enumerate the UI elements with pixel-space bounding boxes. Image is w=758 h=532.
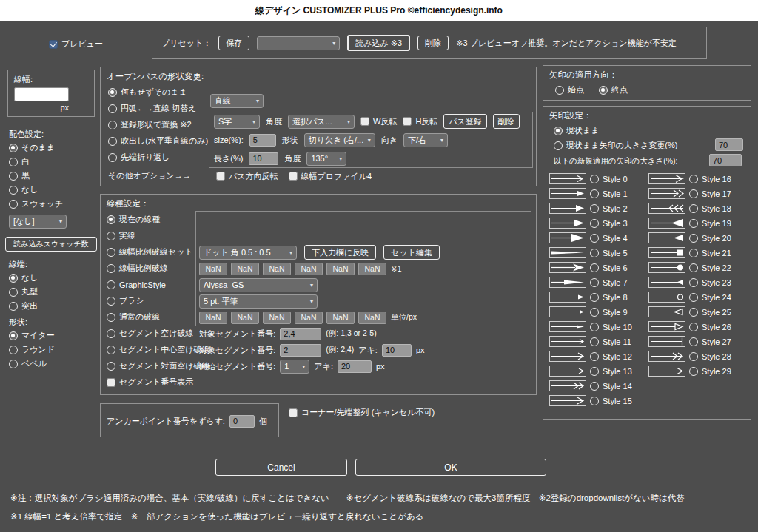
arrow-style-24[interactable]: Style 24 [689, 292, 731, 303]
linetype-option-0[interactable]: 現在の線種 [107, 214, 210, 225]
prop-dash-input-2[interactable]: NaN [263, 263, 291, 275]
linetype-option-4[interactable]: GraphicStyle [107, 279, 210, 290]
corner-align-checkbox[interactable]: コーナー/先端整列 (キャンセル不可) [289, 407, 435, 418]
arrow-style-0[interactable]: Style 0 [590, 173, 628, 184]
angle-select[interactable]: 135° ▾ [306, 152, 346, 166]
line-shape-select[interactable]: 直線 ▾ [210, 94, 264, 108]
arrow-style-21[interactable]: Style 21 [689, 247, 731, 258]
swatch-select[interactable]: [なし] ▾ [9, 215, 67, 229]
center-gap-input[interactable]: 10 [382, 344, 412, 357]
arrow-style-12[interactable]: Style 12 [590, 351, 632, 362]
arrow-style-19[interactable]: Style 19 [689, 218, 731, 229]
openpath-option-0[interactable]: 何もせずそのまま [108, 87, 208, 98]
color-option-0[interactable]: そのまま [9, 142, 63, 153]
load-swatch-button[interactable]: 読み込みスウォッチ数 [5, 237, 97, 252]
stroke-width-input[interactable] [14, 87, 69, 101]
normal-dash-input-4[interactable]: NaN [326, 312, 355, 324]
cap-option-0[interactable]: なし [9, 272, 38, 283]
color-option-4[interactable]: スウォッチ [9, 198, 63, 209]
arrow-style-20[interactable]: Style 20 [689, 232, 731, 243]
arrow-style-23[interactable]: Style 23 [689, 277, 731, 288]
reflect-to-fields-button[interactable]: 下入力欄に反映 [304, 245, 376, 260]
preset-select[interactable]: ---- ▾ [257, 36, 340, 50]
openpath-option-3[interactable]: 吹出し(水平垂直線のみ) [108, 135, 208, 147]
cap-option-1[interactable]: 丸型 [9, 286, 38, 297]
arrow-style-26[interactable]: Style 26 [689, 321, 731, 332]
h-flip-checkbox[interactable]: H反転 [403, 116, 437, 127]
arrow-style-2[interactable]: Style 2 [590, 203, 628, 214]
direction-select[interactable]: 下/右 ▾ [403, 133, 448, 147]
dash-set-select[interactable]: ドット 角 0.5 : 0.5 ▾ [199, 246, 297, 260]
center-segment-input[interactable]: 2 [280, 344, 321, 357]
length-input[interactable]: 10 [249, 152, 278, 165]
anchor-shift-input[interactable]: 0 [229, 415, 255, 428]
preset-save-button[interactable]: 保存 [218, 36, 249, 50]
prop-dash-input-3[interactable]: NaN [295, 263, 323, 275]
normal-dash-input-1[interactable]: NaN [231, 312, 259, 324]
color-option-1[interactable]: 白 [9, 156, 63, 167]
size-input[interactable]: 5 [249, 134, 276, 147]
register-path-button[interactable]: パス登録 [443, 114, 487, 129]
openpath-option-1[interactable]: 円弧←→直線 切替え [108, 103, 208, 114]
ok-button[interactable]: OK [355, 459, 546, 476]
arrow-new-size-input[interactable]: 70 [709, 154, 742, 166]
color-option-2[interactable]: 黒 [9, 170, 63, 181]
arrow-style-29[interactable]: Style 29 [689, 366, 731, 377]
linetype-option-7[interactable]: セグメント空け破線 [107, 328, 210, 339]
prop-dash-input-4[interactable]: NaN [326, 263, 355, 275]
width-profile-checkbox[interactable]: 線幅プロファイル4 [289, 171, 372, 182]
arrow-style-11[interactable]: Style 11 [590, 336, 631, 347]
arrow-resize-radio[interactable]: 現状まま矢印の大きさ変更(%) [554, 140, 677, 151]
arrow-style-13[interactable]: Style 13 [590, 366, 632, 377]
arrow-style-6[interactable]: Style 6 [590, 262, 628, 273]
arrow-keep-radio[interactable]: 現状まま [554, 125, 600, 136]
corner-option-2[interactable]: ベベル [9, 358, 55, 369]
arrow-style-14[interactable]: Style 14 [590, 380, 632, 391]
arrow-style-28[interactable]: Style 28 [689, 351, 731, 362]
prop-dash-input-5[interactable]: NaN [358, 263, 386, 275]
arrow-style-16[interactable]: Style 16 [689, 173, 731, 184]
normal-dash-input-2[interactable]: NaN [263, 312, 291, 324]
corner-option-1[interactable]: ラウンド [9, 344, 55, 355]
arrow-resize-input[interactable]: 70 [715, 138, 743, 151]
color-option-3[interactable]: なし [9, 184, 63, 195]
arrow-style-17[interactable]: Style 17 [689, 188, 731, 199]
arrow-style-18[interactable]: Style 18 [689, 203, 731, 214]
notch-select[interactable]: 切り欠き (右/... ▾ [304, 133, 375, 147]
brush-select[interactable]: 5 pt. 平筆 ▾ [199, 294, 318, 309]
arrow-style-10[interactable]: Style 10 [590, 321, 632, 332]
openpath-option-4[interactable]: 先端折り返し [108, 152, 208, 163]
openpath-delete-button[interactable]: 削除 [493, 114, 520, 129]
arrow-style-1[interactable]: Style 1 [590, 188, 628, 199]
cancel-button[interactable]: Cancel [215, 459, 347, 476]
reverse-path-checkbox[interactable]: パス方向反転 [216, 171, 278, 182]
normal-dash-input-5[interactable]: NaN [358, 312, 386, 324]
linetype-option-6[interactable]: 通常の破線 [107, 312, 210, 323]
arrow-style-5[interactable]: Style 5 [590, 247, 628, 258]
show-segment-numbers-checkbox[interactable]: セグメント番号表示 [107, 377, 193, 388]
linetype-option-1[interactable]: 実線 [107, 230, 210, 241]
segment-numbers-input[interactable]: 2,4 [280, 328, 321, 340]
cap-option-2[interactable]: 突出 [9, 300, 38, 312]
arrow-style-4[interactable]: Style 4 [590, 232, 628, 243]
opposite-gap-input[interactable]: 20 [338, 360, 372, 373]
arrow-style-25[interactable]: Style 25 [689, 306, 731, 317]
start-segment-select[interactable]: 1 ▾ [280, 360, 309, 374]
w-flip-checkbox[interactable]: W反転 [360, 116, 397, 127]
graphic-style-select[interactable]: Alyssa_GS ▾ [199, 278, 318, 292]
linetype-option-3[interactable]: 線幅比例破線 [107, 263, 210, 274]
linetype-option-8[interactable]: セグメント中心空け破線 [107, 344, 210, 355]
normal-dash-input-0[interactable]: NaN [199, 312, 227, 324]
prop-dash-input-1[interactable]: NaN [231, 263, 259, 275]
preset-delete-button[interactable]: 削除 [417, 36, 449, 50]
prop-dash-input-0[interactable]: NaN [199, 263, 227, 275]
arrow-style-8[interactable]: Style 8 [590, 292, 628, 303]
preview-checkbox[interactable]: プレビュー [49, 38, 103, 50]
normal-dash-input-3[interactable]: NaN [295, 312, 323, 324]
linetype-option-2[interactable]: 線幅比例破線セット [107, 246, 210, 257]
arrow-style-7[interactable]: Style 7 [590, 277, 628, 288]
registered-path-select[interactable]: 選択パス... ▾ [288, 115, 355, 129]
arrow-direction-option-1[interactable]: 終点 [599, 84, 628, 95]
openpath-option-2[interactable]: 登録形状で置換 ※2 [108, 119, 208, 130]
edit-set-button[interactable]: セット編集 [383, 245, 440, 260]
